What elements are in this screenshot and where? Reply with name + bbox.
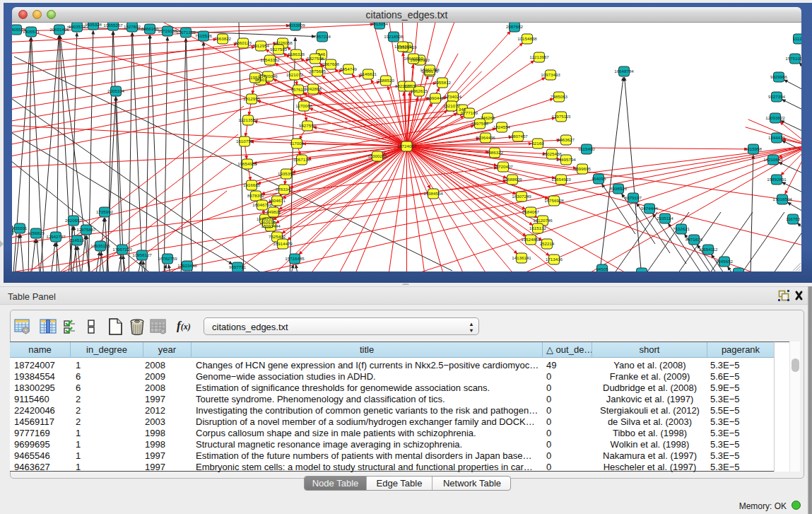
svg-text:9245652: 9245652 xyxy=(716,259,734,264)
svg-text:16120746: 16120746 xyxy=(533,218,553,223)
svg-text:17016504: 17016504 xyxy=(772,197,792,201)
svg-text:16033809: 16033809 xyxy=(286,23,305,28)
svg-text:9474444: 9474444 xyxy=(641,206,659,211)
svg-text:8184067: 8184067 xyxy=(522,209,540,214)
svg-text:6466160: 6466160 xyxy=(141,26,159,31)
svg-text:19524851: 19524851 xyxy=(521,237,541,242)
svg-text:10654112: 10654112 xyxy=(698,247,718,252)
svg-text:12975867: 12975867 xyxy=(76,227,96,232)
svg-text:18307249: 18307249 xyxy=(512,194,531,199)
svg-text:10655267: 10655267 xyxy=(103,23,123,28)
svg-text:3875685: 3875685 xyxy=(309,69,326,74)
svg-text:160934: 160934 xyxy=(261,220,276,225)
svg-text:12935135: 12935135 xyxy=(90,243,110,248)
svg-text:17957223: 17957223 xyxy=(112,247,132,252)
svg-text:9605328: 9605328 xyxy=(85,23,102,27)
svg-text:1713436: 1713436 xyxy=(546,257,563,262)
svg-text:14136141: 14136141 xyxy=(512,255,531,260)
svg-text:7663822: 7663822 xyxy=(214,36,232,41)
svg-text:164095: 164095 xyxy=(592,176,606,181)
svg-text:9329966: 9329966 xyxy=(770,74,788,79)
svg-text:16046718: 16046718 xyxy=(252,202,272,207)
svg-text:8186328: 8186328 xyxy=(288,52,305,57)
svg-text:18724007: 18724007 xyxy=(397,144,417,148)
svg-text:20691406: 20691406 xyxy=(49,27,69,32)
svg-text:19384554: 19384554 xyxy=(423,191,443,196)
svg-text:1916685: 1916685 xyxy=(243,182,261,187)
svg-text:12213552: 12213552 xyxy=(238,117,258,122)
svg-text:10671355: 10671355 xyxy=(176,30,196,35)
svg-text:7625402: 7625402 xyxy=(269,234,286,239)
svg-text:8454749: 8454749 xyxy=(340,66,358,71)
svg-text:9227394: 9227394 xyxy=(768,94,786,99)
svg-text:1824554: 1824554 xyxy=(493,124,511,129)
svg-text:8813054: 8813054 xyxy=(371,23,389,26)
svg-text:1621072: 1621072 xyxy=(286,72,304,77)
svg-text:1254319: 1254319 xyxy=(394,44,412,49)
svg-text:12923448: 12923448 xyxy=(177,263,197,268)
svg-text:8476: 8476 xyxy=(637,270,647,271)
svg-text:15720407: 15720407 xyxy=(493,164,513,169)
svg-text:114519: 114519 xyxy=(70,238,85,243)
svg-text:12093822: 12093822 xyxy=(765,115,785,120)
svg-text:62160: 62160 xyxy=(531,141,544,146)
svg-text:252214: 252214 xyxy=(540,241,555,246)
svg-text:2588520: 2588520 xyxy=(377,78,395,83)
svg-text:15716485: 15716485 xyxy=(285,256,305,261)
svg-text:9327508: 9327508 xyxy=(307,56,324,61)
svg-text:1244419: 1244419 xyxy=(768,135,786,140)
svg-text:10543362: 10543362 xyxy=(260,57,280,62)
svg-text:10154838: 10154838 xyxy=(517,36,537,41)
svg-text:15892891: 15892891 xyxy=(767,177,787,182)
svg-text:7857224: 7857224 xyxy=(314,34,331,39)
svg-text:10807457: 10807457 xyxy=(508,134,528,139)
svg-text:16914479: 16914479 xyxy=(273,241,293,246)
svg-text:1405571: 1405571 xyxy=(23,29,40,34)
svg-text:7515526: 7515526 xyxy=(195,33,213,38)
svg-text:3912954: 3912954 xyxy=(252,43,270,48)
svg-text:9777169: 9777169 xyxy=(461,110,478,115)
svg-text:94505: 94505 xyxy=(596,267,608,271)
svg-text:2087682: 2087682 xyxy=(506,24,524,29)
svg-text:16648784: 16648784 xyxy=(614,69,634,74)
svg-text:9463627: 9463627 xyxy=(558,137,575,142)
svg-text:6497568: 6497568 xyxy=(471,121,489,126)
svg-text:6734024: 6734024 xyxy=(445,94,462,99)
svg-text:2935114: 2935114 xyxy=(657,216,673,221)
svg-text:12025: 12025 xyxy=(404,83,416,88)
svg-text:149822: 149822 xyxy=(266,209,281,214)
svg-text:12942737: 12942737 xyxy=(46,234,66,239)
svg-text:8471676: 8471676 xyxy=(686,237,703,242)
svg-text:16782759: 16782759 xyxy=(158,256,177,261)
svg-text:14495794: 14495794 xyxy=(556,157,576,162)
svg-text:9146821: 9146821 xyxy=(360,71,377,76)
svg-text:16756928: 16756928 xyxy=(544,198,564,203)
svg-text:10958127: 10958127 xyxy=(132,252,152,257)
svg-text:116753: 116753 xyxy=(786,216,801,221)
svg-text:15751074: 15751074 xyxy=(785,56,801,61)
svg-text:20364436: 20364436 xyxy=(476,135,495,140)
svg-text:9115460: 9115460 xyxy=(578,146,595,151)
svg-text:117006: 117006 xyxy=(290,141,305,146)
svg-text:23226058: 23226058 xyxy=(273,40,293,45)
svg-text:1953: 1953 xyxy=(250,75,260,80)
svg-text:12975115: 12975115 xyxy=(551,114,571,119)
svg-text:1156829: 1156829 xyxy=(28,230,45,235)
svg-text:746266: 746266 xyxy=(481,115,495,120)
svg-text:2867608: 2867608 xyxy=(322,62,340,66)
svg-text:1935354: 1935354 xyxy=(278,171,295,176)
svg-text:2005334: 2005334 xyxy=(107,88,125,93)
svg-text:1735992: 1735992 xyxy=(96,209,114,214)
svg-text:2020657: 2020657 xyxy=(65,218,83,223)
svg-text:1903572: 1903572 xyxy=(69,24,86,29)
svg-text:7955812: 7955812 xyxy=(434,80,452,85)
svg-text:1362615: 1362615 xyxy=(411,88,428,93)
svg-text:9699695: 9699695 xyxy=(574,166,592,171)
svg-text:9427552: 9427552 xyxy=(299,123,317,128)
svg-text:10719155: 10719155 xyxy=(158,28,177,33)
svg-text:6679197: 6679197 xyxy=(625,195,642,200)
svg-text:11123: 11123 xyxy=(793,36,801,41)
svg-text:18300295: 18300295 xyxy=(367,153,387,158)
svg-text:1527602: 1527602 xyxy=(124,24,141,29)
svg-text:16210643: 16210643 xyxy=(763,157,783,162)
